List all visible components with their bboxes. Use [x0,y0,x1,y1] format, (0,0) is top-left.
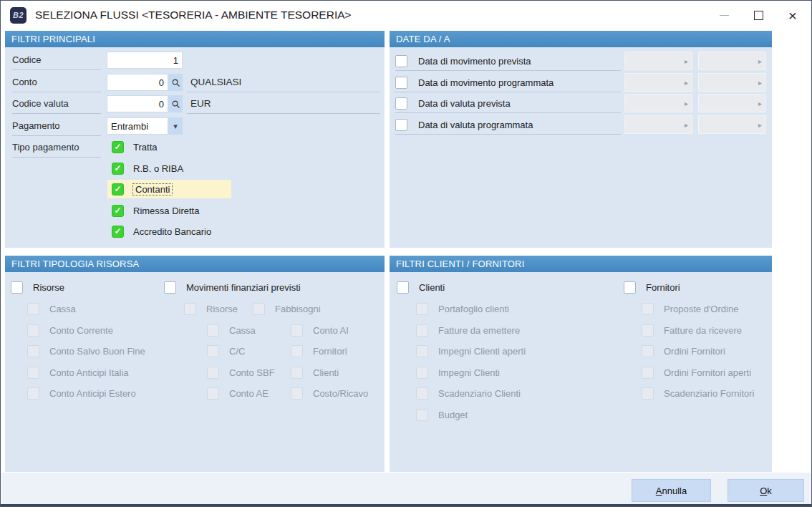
field-row-codice: Codice [9,51,380,72]
impegni-clienti-item: Impegni Clienti [416,363,500,382]
proposte-ordine-item: Proposte d'Ordine [642,299,738,318]
annulla-button[interactable]: Annulla [632,479,711,502]
mfp-conto-ai-label: Conto AI [313,325,349,336]
date-picker-icon: ▸ [685,121,688,129]
field-row-conto: Conto QUALSIASI [9,73,380,94]
ordini-fornitori-item: Ordini Fornitori [642,342,725,360]
panel-filtri-principali: FILTRI PRINCIPALI Codice Conto QUALSIASI… [5,31,385,248]
data-movimento-prevista-label[interactable]: Data di movimento prevista [418,56,531,67]
fatture-da-emettere-checkbox [416,324,428,337]
fatture-da-ricevere-checkbox [642,324,654,337]
impegni-clienti-aperti-checkbox [416,345,428,357]
data-movimento-programmata-checkbox[interactable] [395,77,407,89]
cassa-checkbox [27,303,39,315]
clienti-checkbox[interactable] [397,281,409,294]
window-controls: × [707,1,810,29]
mfp-conto-ai-checkbox [291,324,303,337]
portafoglio-clienti-item: Portafoglio clienti [416,299,509,318]
impegni-clienti-aperti-label: Impegni Clienti aperti [438,346,526,357]
rb-riba-checkbox[interactable]: ✓ [112,163,124,175]
minimize-button[interactable] [707,1,741,29]
data-valuta-programmata-checkbox[interactable] [395,119,407,131]
row-divider [395,134,621,135]
mfp-cc-item: C/C [207,342,245,360]
mfp-clienti-checkbox [291,367,303,379]
conto-input[interactable] [107,74,168,91]
tratta-label[interactable]: Tratta [133,142,157,153]
mfp-costo-ricavo-item: Costo/Ricavo [291,384,368,402]
close-button[interactable]: × [775,1,810,29]
mfp-conto-sbf-label: Conto SBF [229,367,275,378]
mfp-costo-ricavo-checkbox [291,387,303,400]
contanti-label[interactable]: Contanti [133,184,172,195]
data-movimento-prevista-checkbox[interactable] [395,55,407,67]
codice-valuta-lookup-button[interactable] [168,95,183,112]
data-movimento-programmata-label[interactable]: Data di movimento programmata [418,77,554,88]
movimenti-finanziari-parent-item: Movimenti finanziari previsti [164,278,301,296]
budget-checkbox [416,409,428,421]
mfp-cassa-label: Cassa [229,325,256,336]
conto-corrente-label: Conto Corrente [49,325,113,336]
mfp-conto-ae-checkbox [207,387,219,400]
date-from-field: ▸ [624,73,692,92]
search-icon [171,100,180,109]
date-row-movimento-programmata: Data di movimento programmata ▸ ▸ [395,72,768,93]
window-title: SELEZIONA FLUSSI <TESORERIA - AMBIENTE T… [35,9,352,21]
date-picker-icon: ▸ [685,100,688,107]
panel-filtri-tipologia-risorsa-header: FILTRI TIPOLOGIA RISORSA [5,256,385,272]
mfp-clienti-item: Clienti [291,363,339,382]
contanti-checkbox[interactable]: ✓ [112,183,124,195]
date-picker-icon: ▸ [685,79,688,87]
accredito-bancario-label[interactable]: Accredito Bancario [133,226,211,237]
mfp-fornitori-checkbox [291,345,303,357]
checkbox-row-rimessa-diretta: ✓ Rimessa Diretta [107,201,231,220]
impegni-clienti-label: Impegni Clienti [438,367,500,378]
data-valuta-prevista-checkbox[interactable] [395,97,407,110]
codice-input[interactable] [107,52,183,69]
movimenti-finanziari-checkbox[interactable] [164,281,176,294]
accredito-bancario-checkbox[interactable]: ✓ [112,226,124,238]
conto-anticipi-italia-item: Conto Anticipi Italia [27,363,129,382]
data-valuta-prevista-label[interactable]: Data di valuta prevista [418,98,511,109]
rimessa-diretta-checkbox[interactable]: ✓ [112,205,124,217]
conto-anticipi-estero-label: Conto Anticipi Estero [49,388,136,399]
minimize-icon [720,15,729,16]
codice-valuta-input[interactable] [107,95,168,112]
portafoglio-clienti-label: Portafoglio clienti [438,304,509,314]
date-row-valuta-prevista: Data di valuta prevista ▸ ▸ [395,93,768,114]
date-picker-icon: ▸ [685,57,688,65]
risorse-label[interactable]: Risorse [33,282,64,293]
conto-lookup-button[interactable] [168,74,183,91]
scadenziario-clienti-label: Scadenziario Clienti [438,388,521,399]
fornitori-label[interactable]: Fornitori [646,282,680,293]
date-row-movimento-prevista: Data di movimento prevista ▸ ▸ [395,51,768,72]
mfp-fornitori-item: Fornitori [291,342,347,360]
window-bottom-edge [1,504,811,507]
portafoglio-clienti-checkbox [416,303,428,315]
data-valuta-programmata-label[interactable]: Data di valuta programmata [418,120,533,130]
fornitori-checkbox[interactable] [624,281,636,294]
mfp-costo-ricavo-label: Costo/Ricavo [313,388,368,399]
date-picker-icon: ▸ [758,100,762,107]
maximize-button[interactable] [741,1,775,29]
rb-riba-label[interactable]: R.B. o RIBA [133,163,183,174]
ok-button[interactable]: Ok [728,479,804,502]
check-icon: ✓ [114,163,121,173]
clienti-label[interactable]: Clienti [419,282,445,293]
title-bar: B2 SELEZIONA FLUSSI <TESORERIA - AMBIENT… [1,1,811,29]
tratta-checkbox[interactable]: ✓ [112,141,124,153]
checkbox-row-tratta: ✓ Tratta [107,137,231,156]
rimessa-diretta-label[interactable]: Rimessa Diretta [133,206,199,216]
date-to-field: ▸ [698,52,766,70]
pagamento-dropdown-button[interactable]: ▾ [168,117,183,135]
movimenti-finanziari-label[interactable]: Movimenti finanziari previsti [186,282,301,293]
mfp-risorse-checkbox [184,303,196,315]
check-icon: ✓ [114,184,121,194]
row-divider [395,112,621,113]
mfp-fabbisogni-checkbox [253,303,265,315]
mfp-fabbisogni-label: Fabbisogni [275,304,321,314]
conto-corrente-checkbox [27,324,39,337]
pagamento-select[interactable] [107,117,168,135]
risorse-checkbox[interactable] [11,281,23,294]
impegni-clienti-checkbox [416,367,428,379]
